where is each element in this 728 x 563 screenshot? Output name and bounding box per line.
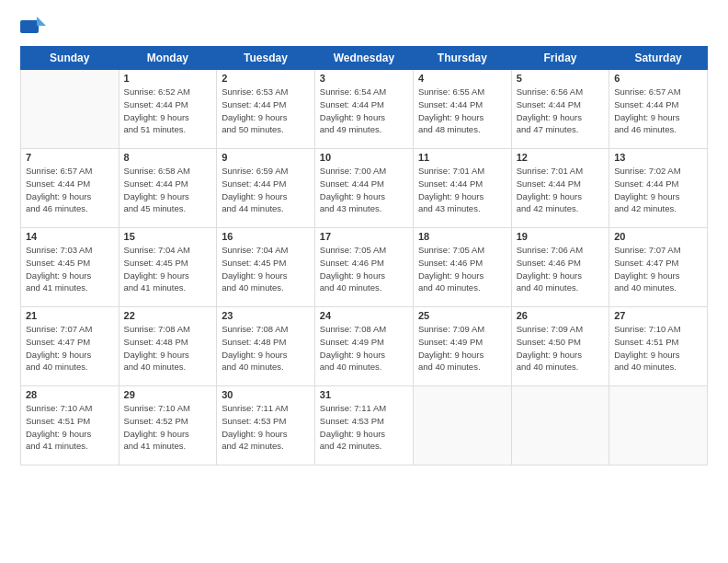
day-number: 29 bbox=[124, 389, 212, 400]
weekday-header-row: SundayMondayTuesdayWednesdayThursdayFrid… bbox=[21, 47, 708, 70]
calendar-cell: 6Sunrise: 6:57 AM Sunset: 4:44 PM Daylig… bbox=[609, 70, 708, 149]
day-number: 17 bbox=[320, 231, 408, 242]
day-info: Sunrise: 7:10 AM Sunset: 4:52 PM Dayligh… bbox=[124, 402, 212, 453]
week-row-2: 14Sunrise: 7:03 AM Sunset: 4:45 PM Dayli… bbox=[21, 228, 708, 307]
day-info: Sunrise: 7:10 AM Sunset: 4:51 PM Dayligh… bbox=[614, 323, 702, 373]
day-info: Sunrise: 6:58 AM Sunset: 4:44 PM Dayligh… bbox=[124, 165, 212, 215]
day-info: Sunrise: 6:52 AM Sunset: 4:44 PM Dayligh… bbox=[124, 86, 212, 136]
day-number: 30 bbox=[222, 389, 310, 400]
day-number: 15 bbox=[124, 231, 212, 242]
day-info: Sunrise: 7:08 AM Sunset: 4:48 PM Dayligh… bbox=[222, 323, 310, 373]
day-info: Sunrise: 6:55 AM Sunset: 4:44 PM Dayligh… bbox=[418, 86, 506, 136]
day-number: 14 bbox=[26, 231, 114, 242]
day-info: Sunrise: 7:11 AM Sunset: 4:53 PM Dayligh… bbox=[320, 402, 408, 453]
calendar-cell: 26Sunrise: 7:09 AM Sunset: 4:50 PM Dayli… bbox=[511, 307, 609, 386]
calendar-cell bbox=[413, 386, 511, 465]
day-info: Sunrise: 6:56 AM Sunset: 4:44 PM Dayligh… bbox=[517, 86, 604, 136]
calendar-cell: 31Sunrise: 7:11 AM Sunset: 4:53 PM Dayli… bbox=[314, 386, 413, 465]
weekday-sunday: Sunday bbox=[21, 47, 119, 70]
calendar-cell: 16Sunrise: 7:04 AM Sunset: 4:45 PM Dayli… bbox=[217, 228, 315, 307]
day-number: 28 bbox=[26, 389, 114, 400]
calendar-cell bbox=[511, 386, 609, 465]
day-number: 13 bbox=[614, 152, 702, 163]
day-info: Sunrise: 7:01 AM Sunset: 4:44 PM Dayligh… bbox=[418, 165, 506, 215]
day-info: Sunrise: 7:09 AM Sunset: 4:49 PM Dayligh… bbox=[418, 323, 506, 373]
day-info: Sunrise: 7:04 AM Sunset: 4:45 PM Dayligh… bbox=[124, 244, 212, 294]
day-number: 12 bbox=[517, 152, 604, 163]
calendar-cell: 9Sunrise: 6:59 AM Sunset: 4:44 PM Daylig… bbox=[217, 149, 315, 228]
calendar-cell: 7Sunrise: 6:57 AM Sunset: 4:44 PM Daylig… bbox=[21, 149, 119, 228]
calendar-cell: 27Sunrise: 7:10 AM Sunset: 4:51 PM Dayli… bbox=[609, 307, 708, 386]
calendar-cell: 22Sunrise: 7:08 AM Sunset: 4:48 PM Dayli… bbox=[119, 307, 217, 386]
calendar-cell: 13Sunrise: 7:02 AM Sunset: 4:44 PM Dayli… bbox=[609, 149, 708, 228]
calendar-cell: 18Sunrise: 7:05 AM Sunset: 4:46 PM Dayli… bbox=[413, 228, 511, 307]
week-row-1: 7Sunrise: 6:57 AM Sunset: 4:44 PM Daylig… bbox=[21, 149, 708, 228]
calendar-cell: 23Sunrise: 7:08 AM Sunset: 4:48 PM Dayli… bbox=[217, 307, 315, 386]
day-number: 7 bbox=[26, 152, 114, 163]
day-info: Sunrise: 6:57 AM Sunset: 4:44 PM Dayligh… bbox=[26, 165, 114, 215]
day-number: 21 bbox=[26, 310, 114, 321]
day-info: Sunrise: 6:59 AM Sunset: 4:44 PM Dayligh… bbox=[222, 165, 310, 215]
calendar-cell: 3Sunrise: 6:54 AM Sunset: 4:44 PM Daylig… bbox=[314, 70, 413, 149]
day-number: 9 bbox=[222, 152, 310, 163]
svg-rect-0 bbox=[20, 20, 39, 33]
day-number: 25 bbox=[418, 310, 506, 321]
day-info: Sunrise: 7:02 AM Sunset: 4:44 PM Dayligh… bbox=[614, 165, 702, 215]
page: SundayMondayTuesdayWednesdayThursdayFrid… bbox=[0, 0, 728, 563]
day-number: 6 bbox=[614, 73, 702, 84]
day-info: Sunrise: 7:08 AM Sunset: 4:48 PM Dayligh… bbox=[124, 323, 212, 373]
logo bbox=[20, 17, 48, 37]
day-info: Sunrise: 7:01 AM Sunset: 4:44 PM Dayligh… bbox=[517, 165, 604, 215]
day-info: Sunrise: 7:06 AM Sunset: 4:46 PM Dayligh… bbox=[517, 244, 604, 294]
week-row-4: 28Sunrise: 7:10 AM Sunset: 4:51 PM Dayli… bbox=[21, 386, 708, 465]
weekday-thursday: Thursday bbox=[413, 47, 511, 70]
weekday-wednesday: Wednesday bbox=[314, 47, 413, 70]
calendar-cell: 28Sunrise: 7:10 AM Sunset: 4:51 PM Dayli… bbox=[21, 386, 119, 465]
day-info: Sunrise: 7:11 AM Sunset: 4:53 PM Dayligh… bbox=[222, 402, 310, 453]
calendar-cell: 2Sunrise: 6:53 AM Sunset: 4:44 PM Daylig… bbox=[217, 70, 315, 149]
weekday-saturday: Saturday bbox=[609, 47, 708, 70]
svg-marker-1 bbox=[37, 17, 46, 26]
calendar-cell: 12Sunrise: 7:01 AM Sunset: 4:44 PM Dayli… bbox=[511, 149, 609, 228]
day-number: 16 bbox=[222, 231, 310, 242]
calendar-cell bbox=[609, 386, 708, 465]
day-number: 23 bbox=[222, 310, 310, 321]
calendar-cell: 8Sunrise: 6:58 AM Sunset: 4:44 PM Daylig… bbox=[119, 149, 217, 228]
calendar-cell bbox=[21, 70, 119, 149]
day-info: Sunrise: 7:00 AM Sunset: 4:44 PM Dayligh… bbox=[320, 165, 408, 215]
day-number: 20 bbox=[614, 231, 702, 242]
day-number: 8 bbox=[124, 152, 212, 163]
day-number: 26 bbox=[517, 310, 604, 321]
calendar-table: SundayMondayTuesdayWednesdayThursdayFrid… bbox=[20, 46, 708, 465]
calendar-cell: 1Sunrise: 6:52 AM Sunset: 4:44 PM Daylig… bbox=[119, 70, 217, 149]
day-number: 10 bbox=[320, 152, 408, 163]
day-number: 3 bbox=[320, 73, 408, 84]
weekday-tuesday: Tuesday bbox=[217, 47, 315, 70]
day-number: 24 bbox=[320, 310, 408, 321]
weekday-friday: Friday bbox=[511, 47, 609, 70]
day-info: Sunrise: 7:10 AM Sunset: 4:51 PM Dayligh… bbox=[26, 402, 114, 453]
calendar-cell: 17Sunrise: 7:05 AM Sunset: 4:46 PM Dayli… bbox=[314, 228, 413, 307]
day-info: Sunrise: 7:07 AM Sunset: 4:47 PM Dayligh… bbox=[614, 244, 702, 294]
logo-icon bbox=[20, 17, 46, 37]
day-number: 11 bbox=[418, 152, 506, 163]
header bbox=[20, 17, 708, 37]
day-info: Sunrise: 7:09 AM Sunset: 4:50 PM Dayligh… bbox=[517, 323, 604, 373]
day-info: Sunrise: 6:57 AM Sunset: 4:44 PM Dayligh… bbox=[614, 86, 702, 136]
calendar-cell: 25Sunrise: 7:09 AM Sunset: 4:49 PM Dayli… bbox=[413, 307, 511, 386]
calendar-cell: 11Sunrise: 7:01 AM Sunset: 4:44 PM Dayli… bbox=[413, 149, 511, 228]
day-info: Sunrise: 7:08 AM Sunset: 4:49 PM Dayligh… bbox=[320, 323, 408, 373]
day-info: Sunrise: 6:53 AM Sunset: 4:44 PM Dayligh… bbox=[222, 86, 310, 136]
calendar-cell: 15Sunrise: 7:04 AM Sunset: 4:45 PM Dayli… bbox=[119, 228, 217, 307]
day-info: Sunrise: 6:54 AM Sunset: 4:44 PM Dayligh… bbox=[320, 86, 408, 136]
day-info: Sunrise: 7:07 AM Sunset: 4:47 PM Dayligh… bbox=[26, 323, 114, 373]
day-number: 5 bbox=[517, 73, 604, 84]
calendar-cell: 19Sunrise: 7:06 AM Sunset: 4:46 PM Dayli… bbox=[511, 228, 609, 307]
day-number: 22 bbox=[124, 310, 212, 321]
day-number: 31 bbox=[320, 389, 408, 400]
calendar-cell: 5Sunrise: 6:56 AM Sunset: 4:44 PM Daylig… bbox=[511, 70, 609, 149]
day-number: 4 bbox=[418, 73, 506, 84]
calendar-cell: 20Sunrise: 7:07 AM Sunset: 4:47 PM Dayli… bbox=[609, 228, 708, 307]
day-number: 19 bbox=[517, 231, 604, 242]
day-number: 1 bbox=[124, 73, 212, 84]
